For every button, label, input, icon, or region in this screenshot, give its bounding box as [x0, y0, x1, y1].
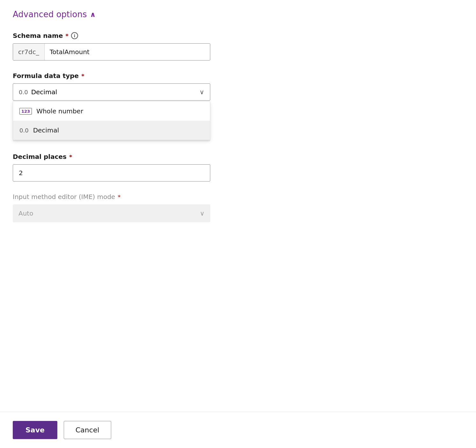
schema-name-input-wrapper: cr7dc_ — [13, 43, 210, 60]
ime-dropdown-arrow-icon: ∨ — [200, 210, 205, 217]
footer-bar: Save Cancel — [0, 412, 476, 448]
whole-number-icon: 123 — [19, 108, 32, 115]
ime-mode-value: Auto — [18, 210, 33, 217]
ime-mode-select[interactable]: Auto ∨ — [13, 204, 210, 222]
decimal-option-icon: 0.0 — [19, 127, 29, 134]
dropdown-item-whole-number[interactable]: 123 Whole number — [13, 102, 210, 121]
schema-name-group: Schema name * i cr7dc_ — [13, 32, 258, 60]
formula-data-type-select-wrapper: 0.0 Decimal ∨ 123 Whole number 0.0 Decim… — [13, 83, 210, 101]
save-button[interactable]: Save — [13, 421, 57, 439]
ime-mode-group: Input method editor (IME) mode * Auto ∨ — [13, 193, 258, 222]
decimal-places-input[interactable] — [13, 164, 210, 181]
info-icon[interactable]: i — [71, 32, 78, 39]
required-indicator-ime: * — [118, 194, 120, 200]
decimal-places-label: Decimal places * — [13, 153, 258, 160]
schema-prefix: cr7dc_ — [13, 44, 45, 60]
decimal-places-group: Decimal places * — [13, 153, 258, 181]
decimal-label: Decimal — [33, 126, 59, 134]
required-indicator-formula: * — [81, 73, 84, 79]
formula-data-type-label: Formula data type * — [13, 72, 258, 80]
decimal-icon: 0.0 — [19, 89, 28, 96]
formula-data-type-dropdown: 123 Whole number 0.0 Decimal — [13, 101, 210, 140]
selected-value-label: Decimal — [31, 88, 57, 96]
cancel-button[interactable]: Cancel — [64, 421, 111, 439]
schema-name-label: Schema name * i — [13, 32, 258, 39]
required-indicator: * — [66, 32, 69, 39]
dropdown-item-decimal[interactable]: 0.0 Decimal — [13, 121, 210, 140]
formula-data-type-select[interactable]: 0.0 Decimal ∨ — [13, 83, 210, 101]
advanced-options-header[interactable]: Advanced options ∧ — [13, 10, 258, 19]
ime-mode-select-wrapper: Auto ∨ — [13, 204, 210, 222]
required-indicator-decimal: * — [69, 153, 72, 160]
formula-data-type-group: Formula data type * 0.0 Decimal ∨ 123 Wh… — [13, 72, 258, 101]
whole-number-label: Whole number — [36, 107, 83, 115]
schema-name-input[interactable] — [45, 44, 210, 60]
ime-mode-label: Input method editor (IME) mode * — [13, 193, 258, 201]
select-box-content: 0.0 Decimal — [19, 88, 57, 96]
advanced-options-title: Advanced options — [13, 10, 87, 19]
advanced-options-toggle-icon[interactable]: ∧ — [90, 11, 96, 18]
dropdown-arrow-icon: ∨ — [199, 88, 204, 96]
